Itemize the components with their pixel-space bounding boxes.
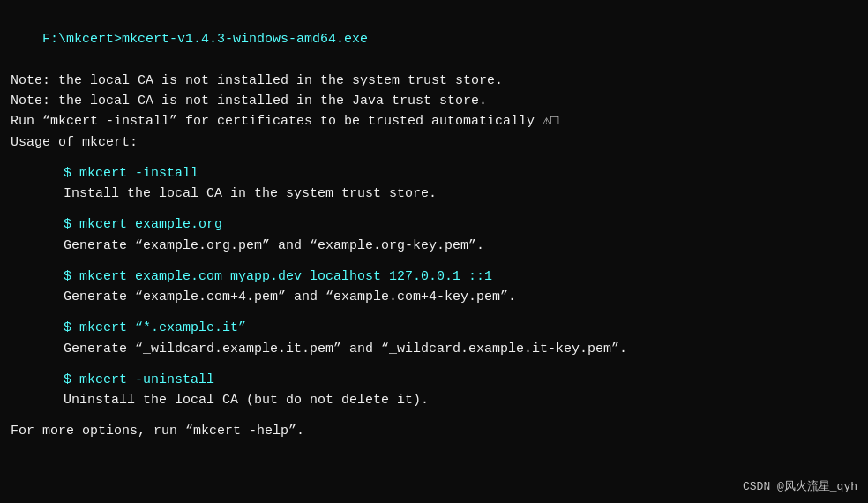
prompt-text: F:\mkcert>mkcert-v1.4.3-windows-amd64.ex… — [42, 32, 368, 47]
terminal-line-8: $ mkcert example.org — [11, 214, 857, 235]
terminal-line-11: $ mkcert example.com myapp.dev localhost… — [11, 267, 857, 287]
terminal-line-7 — [11, 204, 857, 214]
terminal-window: F:\mkcert>mkcert-v1.4.3-windows-amd64.ex… — [0, 0, 868, 503]
command-text: $ mkcert example.com myapp.dev localhost… — [64, 269, 492, 284]
terminal-line-3: Usage of mkcert: — [11, 132, 857, 153]
terminal-line-12: Generate “example.com+4.pem” and “exampl… — [11, 287, 857, 307]
watermark: CSDN @风火流星_qyh — [743, 478, 857, 494]
terminal-line-4 — [11, 153, 857, 163]
terminal-line-20: For more options, run “mkcert -help”. — [11, 421, 857, 441]
terminal-line-2: Run “mkcert -install” for certificates t… — [11, 111, 857, 131]
terminal-line-16 — [11, 359, 857, 370]
terminal-line-15: Generate “_wildcard.example.it.pem” and … — [11, 339, 857, 359]
prompt-line: F:\mkcert>mkcert-v1.4.3-windows-amd64.ex… — [11, 9, 857, 71]
terminal-line-0: Note: the local CA is not installed in t… — [11, 71, 857, 91]
terminal-line-13 — [11, 307, 857, 318]
command-text: $ mkcert -uninstall — [64, 372, 214, 387]
command-text: $ mkcert example.org — [64, 217, 222, 232]
terminal-line-6: Install the local CA in the system trust… — [11, 184, 857, 204]
command-text: $ mkcert “*.example.it” — [64, 320, 246, 335]
terminal-line-9: Generate “example.org.pem” and “example.… — [11, 236, 857, 256]
terminal-output: Note: the local CA is not installed in t… — [11, 71, 857, 442]
terminal-line-1: Note: the local CA is not installed in t… — [11, 91, 857, 111]
terminal-line-14: $ mkcert “*.example.it” — [11, 318, 857, 338]
terminal-line-18: Uninstall the local CA (but do not delet… — [11, 390, 857, 410]
terminal-line-5: $ mkcert -install — [11, 163, 857, 184]
terminal-line-17: $ mkcert -uninstall — [11, 370, 857, 390]
terminal-line-19 — [11, 410, 857, 421]
command-text: $ mkcert -install — [64, 166, 198, 181]
terminal-line-10 — [11, 256, 857, 267]
